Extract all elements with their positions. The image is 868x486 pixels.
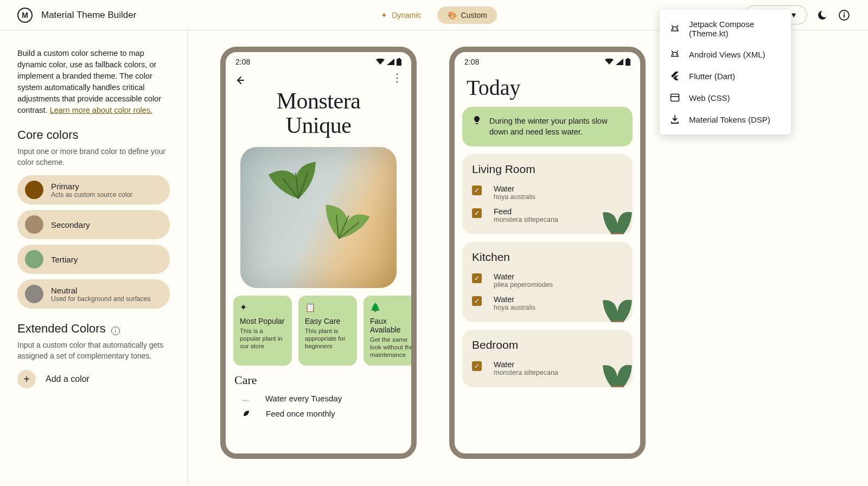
svg-point-5	[673, 54, 674, 55]
info-banner: During the winter your plants slow down …	[462, 107, 633, 146]
leaf-icon	[242, 409, 251, 418]
svg-point-16	[608, 386, 628, 387]
more-icon[interactable]: ⋮	[392, 75, 403, 86]
color-label: Primary	[51, 182, 132, 191]
app-logo: M	[17, 8, 33, 23]
checkbox-icon[interactable]: ✓	[472, 208, 482, 218]
checkbox-icon[interactable]: ✓	[472, 296, 482, 306]
color-swatch	[25, 181, 43, 199]
chip-icon: 🌲	[370, 302, 411, 312]
signal-icon	[387, 59, 394, 65]
export-item-flutter[interactable]: Flutter (Dart)	[660, 65, 791, 87]
export-item-web[interactable]: Web (CSS)	[660, 87, 791, 108]
task-title: Feed	[494, 207, 558, 216]
plant-illustration	[595, 196, 633, 234]
download-icon	[669, 114, 680, 125]
battery-icon	[397, 58, 401, 66]
color-row-secondary[interactable]: Secondary	[17, 210, 170, 239]
color-swatch	[25, 285, 43, 303]
chip-desc: This is a popular plant in our store	[240, 327, 285, 350]
water-icon: ﹏	[242, 393, 250, 404]
phone-preview-light: 2:08 ⋮ Monstera Unique	[220, 47, 417, 459]
plant-title: Monstera Unique	[226, 89, 411, 138]
task-subtitle: hoya australis	[494, 304, 535, 311]
svg-rect-10	[398, 58, 400, 59]
svg-point-3	[673, 29, 674, 30]
task-title: Water	[494, 272, 553, 281]
task-title: Water	[494, 295, 535, 304]
today-title: Today	[455, 72, 640, 107]
tab-dynamic[interactable]: ✦ Dynamic	[371, 7, 431, 24]
chip-desc: Get the same look without the maintenanc…	[370, 336, 411, 359]
color-sublabel: Used for background and surfaces	[51, 295, 150, 303]
care-row: Feed once monthly	[226, 406, 411, 421]
extended-colors-heading: Extended Colors	[17, 322, 106, 336]
palette-icon: 🎨	[448, 11, 457, 20]
chip-title: Faux Available	[370, 317, 411, 334]
back-icon[interactable]	[234, 75, 245, 86]
checkbox-icon[interactable]: ✓	[472, 273, 482, 283]
tab-custom-label: Custom	[461, 11, 487, 20]
chevron-down-icon: ▾	[792, 10, 796, 20]
export-menu: Jetpack Compose (Theme.kt) Android Views…	[660, 10, 791, 135]
svg-point-15	[608, 321, 628, 322]
export-item-label: Android Views (XML)	[689, 50, 765, 59]
svg-point-6	[676, 54, 677, 55]
info-icon[interactable]	[838, 9, 851, 22]
status-time: 2:08	[464, 57, 479, 66]
dark-mode-toggle[interactable]	[816, 9, 829, 22]
web-icon	[669, 92, 680, 103]
tab-dynamic-label: Dynamic	[392, 11, 421, 20]
signal-icon	[616, 59, 623, 65]
android-icon	[669, 49, 680, 60]
feature-chip[interactable]: ✦ Most Popular This is a popular plant i…	[233, 296, 292, 366]
svg-point-4	[676, 29, 677, 30]
intro-text: Build a custom color scheme to map dynam…	[17, 48, 170, 116]
svg-rect-9	[397, 59, 401, 66]
feature-chip[interactable]: 🌲 Faux Available Get the same look witho…	[363, 296, 411, 366]
svg-rect-2	[844, 14, 845, 17]
chip-icon: 📋	[305, 302, 350, 312]
care-heading: Care	[226, 366, 411, 391]
extended-colors-sub: Input a custom color that automatically …	[17, 340, 170, 361]
export-item-compose[interactable]: Jetpack Compose (Theme.kt)	[660, 14, 791, 43]
phone-preview-today: 2:08 Today During the winter your plants…	[449, 47, 646, 459]
color-label: Secondary	[51, 220, 90, 229]
chip-desc: This plant is appropriate for beginners	[305, 327, 350, 350]
export-item-label: Flutter (Dart)	[689, 72, 735, 81]
learn-more-link[interactable]: Learn more about color roles.	[50, 106, 152, 114]
room-name: Kitchen	[472, 251, 623, 264]
checkbox-icon[interactable]: ✓	[472, 361, 482, 371]
sidebar: Build a custom color scheme to map dynam…	[0, 30, 188, 486]
add-color-label: Add a color	[46, 374, 90, 384]
tab-custom[interactable]: 🎨 Custom	[438, 7, 497, 24]
export-item-android-views[interactable]: Android Views (XML)	[660, 43, 791, 65]
room-name: Living Room	[472, 163, 623, 176]
export-item-dsp[interactable]: Material Tokens (DSP)	[660, 108, 791, 130]
core-colors-heading: Core colors	[17, 128, 170, 142]
add-color-button[interactable]: +	[17, 370, 36, 388]
color-label: Tertiary	[51, 255, 78, 264]
room-card: Living Room ✓ Water hoya australis ✓ Fee…	[462, 154, 633, 234]
color-row-tertiary[interactable]: Tertiary	[17, 245, 170, 274]
room-card: Bedroom ✓ Water monstera siltepecana	[462, 330, 633, 387]
svg-point-14	[608, 233, 628, 234]
feature-chip[interactable]: 📋 Easy Care This plant is appropriate fo…	[298, 296, 357, 366]
task-title: Water	[494, 184, 535, 193]
color-row-neutral[interactable]: NeutralUsed for background and surfaces	[17, 279, 170, 309]
core-colors-sub: Input one or more brand color to define …	[17, 146, 170, 168]
svg-rect-12	[626, 59, 630, 66]
svg-rect-7	[671, 94, 679, 101]
info-icon[interactable]: i	[111, 327, 120, 335]
plant-illustration	[595, 349, 633, 387]
bulb-icon	[472, 116, 482, 138]
export-item-label: Jetpack Compose (Theme.kt)	[689, 20, 781, 38]
task-subtitle: monstera siltepecana	[494, 369, 558, 376]
chip-title: Easy Care	[305, 317, 350, 325]
color-row-primary[interactable]: PrimaryActs as custom source color	[17, 175, 170, 204]
export-item-label: Material Tokens (DSP)	[689, 115, 770, 124]
plant-image	[240, 147, 397, 288]
wifi-icon	[376, 59, 385, 65]
checkbox-icon[interactable]: ✓	[472, 186, 482, 195]
status-icons	[376, 58, 401, 66]
